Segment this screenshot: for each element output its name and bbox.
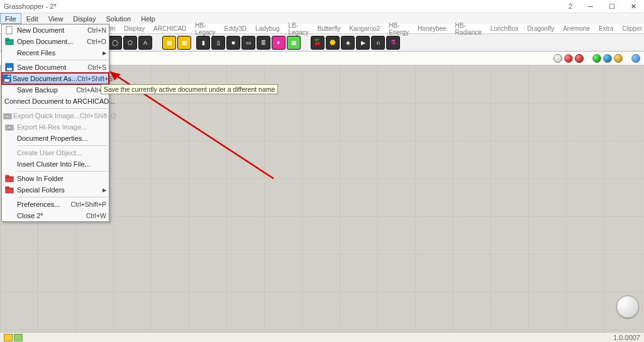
menu-item-label: Recent Files — [17, 49, 101, 57]
menu-item-label: Insert Cluster Into File... — [17, 160, 106, 168]
ribbon-tab[interactable]: Extra — [594, 25, 618, 33]
menu-item-label: Special Folders — [17, 186, 101, 194]
menu-item[interactable]: Document Properties... — [2, 133, 109, 144]
svg-rect-17 — [6, 187, 9, 189]
ribbon-tab[interactable]: Kangaroo2 — [345, 25, 384, 33]
menu-item[interactable]: Close 2*Ctrl+W — [2, 210, 109, 221]
ribbon-tab[interactable]: Eddy3D — [220, 25, 252, 33]
chevron-right-icon: ▶ — [103, 50, 106, 56]
menu-item-label: Document Properties... — [17, 135, 106, 142]
compass-icon[interactable] — [616, 295, 639, 318]
ribbon-tab[interactable]: Ladybug — [251, 25, 284, 33]
file-menu-dropdown: New DocumentCtrl+NOpen Document...Ctrl+O… — [1, 24, 109, 222]
component-icon[interactable]: ⚗ — [386, 36, 400, 50]
ribbon-tab[interactable]: HB-Energy — [384, 21, 413, 36]
shade-mode-icon[interactable] — [553, 54, 562, 63]
open-icon — [3, 36, 16, 47]
menu-item-shortcut: Ctrl+Shift+Q — [80, 112, 116, 119]
component-icon[interactable]: ▦ — [287, 36, 301, 50]
menu-item-label: Open Document... — [17, 38, 87, 45]
ribbon-tab[interactable]: Butterfly — [313, 25, 345, 33]
menu-item-label: Show In Folder — [17, 175, 106, 182]
ribbon-tab[interactable]: Honeybee — [413, 25, 451, 33]
ribbon-tab[interactable]: LunchBox — [486, 25, 523, 33]
component-icon[interactable]: ⬠ — [123, 36, 137, 50]
menu-item[interactable]: New DocumentCtrl+N — [2, 25, 109, 36]
preview-mode-icon[interactable] — [603, 54, 612, 63]
menu-file[interactable]: File — [0, 13, 21, 24]
component-icon[interactable]: ▦ — [177, 36, 191, 50]
component-icon[interactable]: ⬣ — [326, 36, 340, 50]
shade-mode-icon[interactable] — [575, 54, 584, 63]
menu-item[interactable]: Special Folders▶ — [2, 184, 109, 196]
component-icon[interactable]: ✶ — [272, 36, 286, 50]
menu-solution[interactable]: Solution — [101, 13, 136, 24]
component-icon[interactable]: ◈ — [341, 36, 355, 50]
menu-item[interactable]: Connect Document to ARCHICAD... — [2, 96, 109, 107]
component-icon[interactable]: 🍒 — [311, 36, 325, 50]
svg-rect-4 — [6, 38, 9, 40]
ribbon-tab[interactable]: Dragonfly — [523, 25, 558, 33]
menu-item[interactable]: Open Document...Ctrl+O — [2, 36, 109, 47]
svg-rect-2 — [6, 26, 12, 34]
menu-item[interactable]: Insert Cluster Into File... — [2, 158, 109, 170]
blank-icon — [3, 133, 16, 143]
component-icon[interactable]: ▦ — [162, 36, 176, 50]
ribbon-tab[interactable]: ARCHICAD — [149, 25, 191, 33]
menu-item[interactable]: Recent Files▶ — [2, 47, 109, 58]
menu-help[interactable]: Help — [136, 13, 160, 24]
menu-item: Export Quick Image...Ctrl+Shift+Q — [2, 110, 109, 121]
blank-icon — [3, 48, 16, 58]
close-button[interactable]: ✕ — [623, 0, 644, 13]
menu-item[interactable]: Save BackupCtrl+Alt+S — [2, 84, 109, 96]
ribbon-tab[interactable]: HB-Legacy — [191, 21, 219, 36]
component-icon[interactable]: ▯ — [211, 36, 225, 50]
menu-edit[interactable]: Edit — [21, 13, 43, 24]
maximize-button[interactable]: ☐ — [601, 0, 623, 13]
menu-item-shortcut: Ctrl+W — [86, 212, 106, 219]
window-title: Grasshopper - 2* — [4, 3, 57, 10]
menu-item-shortcut: Ctrl+S — [88, 63, 106, 71]
tooltip: Save the currently active document under… — [101, 84, 278, 94]
menu-display[interactable]: Display — [68, 13, 101, 24]
status-button[interactable] — [14, 334, 23, 341]
preview-mode-icon[interactable] — [592, 54, 601, 63]
blank-icon — [3, 85, 16, 95]
folder-red-icon — [3, 174, 16, 184]
component-icon[interactable]: ■ — [226, 36, 240, 50]
minimize-button[interactable]: ─ — [580, 0, 601, 13]
ribbon-tab[interactable]: HB-Radiance — [451, 21, 486, 36]
saveas-icon: + — [3, 74, 11, 84]
viewport-icon[interactable] — [631, 54, 640, 63]
preview-mode-icon[interactable] — [614, 54, 623, 63]
component-icon[interactable]: ▭ — [242, 36, 255, 50]
ribbon-tab[interactable]: LB-Legacy — [284, 21, 313, 36]
menu-item[interactable]: Show In Folder — [2, 173, 109, 184]
ribbon-tab[interactable]: Clipper — [618, 25, 644, 33]
status-button[interactable] — [4, 334, 13, 341]
ribbon-tab[interactable]: Anemone — [558, 25, 594, 33]
menu-item: Create User Object... — [2, 147, 109, 158]
component-icon[interactable]: ▶ — [356, 36, 370, 50]
menu-item[interactable]: Save DocumentCtrl+S — [2, 62, 109, 73]
component-icon[interactable]: A — [138, 36, 152, 50]
menu-item-label: Save Backup — [17, 86, 76, 94]
menu-bar: File Edit View Display Solution Help — [0, 13, 644, 24]
title-bar: Grasshopper - 2* 2 ─ ☐ ✕ — [0, 0, 644, 13]
menu-view[interactable]: View — [43, 13, 69, 24]
window-counter: 2 — [569, 3, 572, 10]
menu-item-label: Close 2* — [17, 212, 86, 219]
component-icon[interactable]: ≣ — [257, 36, 270, 50]
blank-icon — [3, 211, 16, 221]
ribbon-tab[interactable]: Display — [119, 25, 149, 33]
svg-point-11 — [6, 115, 9, 118]
shade-mode-icon[interactable] — [564, 54, 573, 63]
menu-item-label: Connect Document to ARCHICAD... — [4, 97, 114, 105]
component-icon[interactable]: ◯ — [108, 36, 122, 50]
save-icon — [3, 62, 16, 72]
menu-item[interactable]: +Save Document As...Ctrl+Shift+S — [2, 73, 109, 84]
menu-item-shortcut: Ctrl+Shift+P — [70, 201, 106, 208]
component-icon[interactable]: ▮ — [196, 36, 210, 50]
menu-item[interactable]: Preferences...Ctrl+Shift+P — [2, 199, 109, 210]
component-icon[interactable]: ⎌ — [371, 36, 385, 50]
